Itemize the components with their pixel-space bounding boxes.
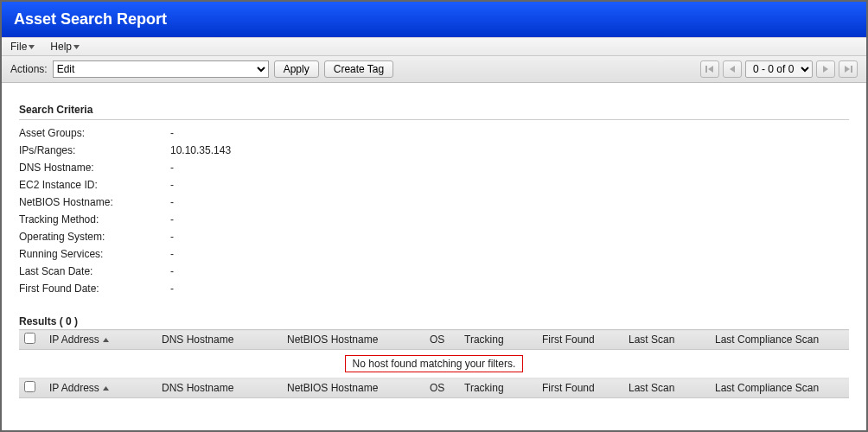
chevron-left-icon <box>728 65 737 73</box>
chevron-down-icon <box>29 45 35 49</box>
main-scroll[interactable]: Asset Search Report File Help Actions: E… <box>2 2 866 430</box>
svg-marker-4 <box>730 66 735 73</box>
col-last-scan-footer[interactable]: Last Scan <box>623 378 710 398</box>
criteria-row: IPs/Ranges: 10.10.35.143 <box>19 143 849 158</box>
criteria-value: - <box>170 194 174 210</box>
col-tracking-header[interactable]: Tracking <box>459 330 537 350</box>
criteria-value: - <box>170 125 174 141</box>
svg-marker-5 <box>823 66 828 73</box>
criteria-row: Running Services: - <box>19 246 849 262</box>
no-results-message: No host found matching your filters. <box>345 355 524 372</box>
criteria-label: Asset Groups: <box>19 125 170 141</box>
criteria-value: - <box>170 160 174 175</box>
actions-bar: Actions: Edit Apply Create Tag 0 - 0 of … <box>2 56 866 83</box>
criteria-label: First Found Date: <box>19 281 170 296</box>
svg-marker-1 <box>73 45 80 49</box>
first-page-icon <box>705 65 714 73</box>
sort-asc-icon <box>103 338 109 342</box>
menu-help-label: Help <box>50 41 72 53</box>
chevron-down-icon <box>73 45 80 49</box>
col-dns-hostname-header[interactable]: DNS Hostname <box>156 330 282 350</box>
sort-asc-icon <box>103 386 109 391</box>
criteria-label: EC2 Instance ID: <box>19 177 170 193</box>
empty-row: No host found matching your filters. <box>19 350 849 378</box>
criteria-value: - <box>170 281 174 296</box>
menu-file[interactable]: File <box>10 41 35 53</box>
col-first-found-footer[interactable]: First Found <box>537 378 623 398</box>
criteria-heading: Search Criteria <box>19 104 849 116</box>
criteria-value: - <box>170 177 174 193</box>
svg-marker-6 <box>845 66 850 73</box>
col-netbios-hostname-header[interactable]: NetBIOS Hostname <box>282 330 424 350</box>
table-footer-row: IP Address DNS Hostname NetBIOS Hostname… <box>19 378 849 398</box>
criteria-label: IPs/Ranges: <box>19 143 170 158</box>
col-os-footer[interactable]: OS <box>424 378 459 398</box>
pager-prev-button[interactable] <box>723 60 742 78</box>
pager-range-select[interactable]: 0 - 0 of 0 <box>745 60 813 78</box>
svg-marker-0 <box>29 45 35 49</box>
criteria-row: Tracking Method: - <box>19 212 849 227</box>
criteria-label: Last Scan Date: <box>19 264 170 279</box>
actions-label: Actions: <box>10 63 48 75</box>
col-tracking-footer[interactable]: Tracking <box>459 378 537 398</box>
col-dns-hostname-footer[interactable]: DNS Hostname <box>156 378 282 398</box>
page-header: Asset Search Report <box>2 2 866 37</box>
select-all-checkbox[interactable] <box>24 333 35 344</box>
criteria-value: 10.10.35.143 <box>170 143 231 158</box>
actions-select[interactable]: Edit <box>53 60 269 78</box>
svg-rect-7 <box>851 66 852 73</box>
menu-bar: File Help <box>2 37 866 56</box>
criteria-row: Last Scan Date: - <box>19 264 849 279</box>
create-tag-button[interactable]: Create Tag <box>324 60 393 78</box>
criteria-label: Operating System: <box>19 229 170 245</box>
criteria-row: DNS Hostname: - <box>19 160 849 175</box>
select-all-checkbox-bottom[interactable] <box>24 381 35 392</box>
svg-marker-8 <box>103 338 109 342</box>
apply-button[interactable]: Apply <box>274 60 319 78</box>
results-heading: Results ( 0 ) <box>19 315 849 327</box>
col-last-compliance-scan-header[interactable]: Last Compliance Scan <box>710 330 849 350</box>
svg-marker-9 <box>103 386 109 391</box>
criteria-row: First Found Date: - <box>19 281 849 296</box>
pager: 0 - 0 of 0 <box>700 60 858 78</box>
criteria-label: Running Services: <box>19 246 170 262</box>
col-last-scan-header[interactable]: Last Scan <box>623 330 710 350</box>
content-area: Search Criteria Asset Groups: - IPs/Rang… <box>2 83 866 414</box>
last-page-icon <box>844 65 852 73</box>
pager-next-button[interactable] <box>816 60 835 78</box>
criteria-value: - <box>170 212 174 227</box>
criteria-row: Operating System: - <box>19 229 849 245</box>
table-header-row: IP Address DNS Hostname NetBIOS Hostname… <box>19 330 849 350</box>
svg-rect-2 <box>705 66 707 73</box>
col-ip-address-header[interactable]: IP Address <box>49 334 109 346</box>
page-title: Asset Search Report <box>14 10 167 28</box>
svg-marker-3 <box>708 66 713 73</box>
criteria-row: NetBIOS Hostname: - <box>19 194 849 210</box>
results-table: IP Address DNS Hostname NetBIOS Hostname… <box>19 329 849 398</box>
criteria-row: EC2 Instance ID: - <box>19 177 849 193</box>
pager-last-button[interactable] <box>839 60 858 78</box>
col-os-header[interactable]: OS <box>424 330 459 350</box>
criteria-divider <box>19 119 849 120</box>
col-ip-address-footer[interactable]: IP Address <box>49 382 109 394</box>
criteria-value: - <box>170 246 174 262</box>
criteria-label: DNS Hostname: <box>19 160 170 175</box>
col-first-found-header[interactable]: First Found <box>537 330 623 350</box>
col-netbios-hostname-footer[interactable]: NetBIOS Hostname <box>282 378 424 398</box>
criteria-value: - <box>170 264 174 279</box>
criteria-label: NetBIOS Hostname: <box>19 194 170 210</box>
col-last-compliance-scan-footer[interactable]: Last Compliance Scan <box>710 378 849 398</box>
criteria-row: Asset Groups: - <box>19 125 849 141</box>
chevron-right-icon <box>821 65 830 73</box>
pager-first-button[interactable] <box>700 60 719 78</box>
menu-help[interactable]: Help <box>50 41 80 53</box>
criteria-value: - <box>170 229 174 245</box>
menu-file-label: File <box>10 41 27 53</box>
criteria-label: Tracking Method: <box>19 212 170 227</box>
